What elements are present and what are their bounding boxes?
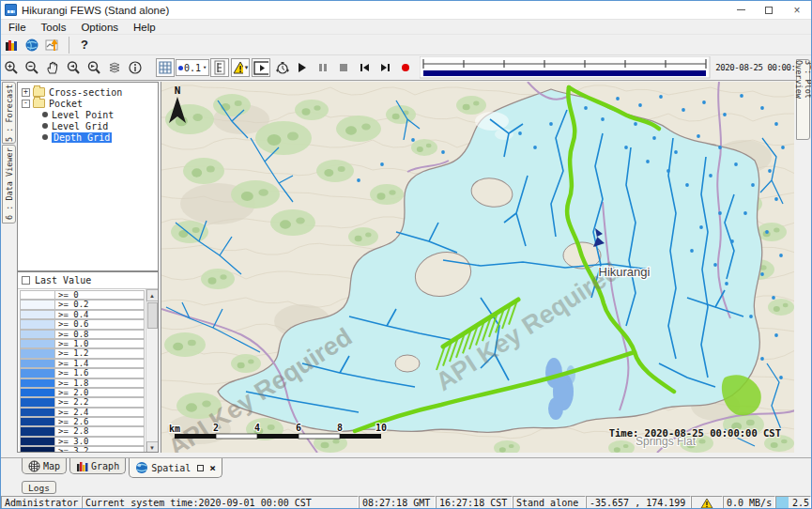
- layers-button[interactable]: [105, 58, 124, 77]
- collapse-icon[interactable]: -: [22, 100, 30, 108]
- legend-swatch: [20, 417, 55, 426]
- time-navigator-button[interactable]: [272, 58, 291, 77]
- tree-node-label[interactable]: Pocket: [49, 99, 83, 109]
- map-toolbar: 0.1 ▾ ▾: [1, 55, 811, 81]
- tree-leaf-level-grid[interactable]: Level Grid: [42, 120, 158, 131]
- legend-label: >= 0.6: [55, 319, 145, 329]
- expand-icon[interactable]: +: [22, 88, 30, 97]
- skip-to-start-button[interactable]: [355, 58, 374, 77]
- profile-button[interactable]: [210, 58, 229, 77]
- status-warning[interactable]: [691, 496, 723, 509]
- status-gmt-time: 08:27:18 GMT: [359, 496, 436, 509]
- status-coordinates: -35.657 , 174.199: [586, 496, 691, 509]
- menu-options[interactable]: Options: [73, 22, 126, 33]
- legend-row: >= 3.2: [20, 446, 145, 453]
- legend-swatch: [20, 426, 55, 436]
- tab-plot-overview[interactable]: 3 : Plot Overview: [796, 59, 810, 140]
- tab-close-icon[interactable]: ×: [209, 463, 216, 473]
- play-button[interactable]: [293, 58, 312, 77]
- map-time-annotation: Time: 2020-08-25 00:00:00 CST: [609, 427, 781, 439]
- info-icon: [128, 60, 143, 75]
- scale-tick: 2: [213, 423, 219, 433]
- minimize-button[interactable]: [727, 1, 755, 19]
- movie-play-icon: [253, 61, 268, 75]
- legend-row: >= 2.2: [20, 397, 145, 407]
- legend-label: >= 0.8: [55, 330, 145, 339]
- logs-button[interactable]: Logs: [22, 481, 56, 494]
- tree-leaf-label-selected[interactable]: Depth Grid: [52, 132, 112, 143]
- zoom-previous-button[interactable]: [64, 58, 83, 77]
- main-toolbar: ?: [1, 35, 811, 55]
- map-view[interactable]: API Key Required API Key Required N Hiku…: [161, 82, 794, 453]
- layers-icon: [107, 60, 122, 75]
- tree-node-cross-section[interactable]: + Cross-section: [22, 86, 158, 98]
- legend-row: >= 1.0: [20, 339, 145, 348]
- grid-display-button[interactable]: [156, 58, 175, 77]
- timeline-slider[interactable]: [420, 56, 711, 79]
- scroll-down-icon[interactable]: ▼: [146, 441, 159, 453]
- legend-label: >= 1.2: [55, 348, 145, 358]
- legend-swatch: [20, 368, 55, 378]
- chart-arrow-icon: [45, 38, 61, 53]
- grid-value: 0.1: [184, 63, 201, 73]
- map-globe-icon: [28, 460, 40, 472]
- legend-row: >= 0.6: [20, 319, 145, 329]
- stop-button[interactable]: [334, 58, 353, 77]
- tab-spatial-label: Spatial: [151, 463, 191, 473]
- tree-leaf-label[interactable]: Level Point: [52, 110, 114, 120]
- legend-label: >= 1.0: [55, 339, 145, 348]
- app-icon: [5, 4, 17, 16]
- legend-swatch: [20, 339, 55, 348]
- chevron-down-icon: ▾: [245, 64, 249, 71]
- last-value-checkbox[interactable]: [22, 276, 30, 285]
- spatial-globe-icon: [135, 461, 148, 474]
- record-button[interactable]: [396, 58, 415, 77]
- scrollbar-thumb[interactable]: [147, 302, 158, 329]
- tree-node-label[interactable]: Cross-section: [49, 87, 122, 98]
- map-display-button[interactable]: [23, 36, 41, 54]
- skip-to-end-button[interactable]: [375, 58, 394, 77]
- tree-leaf-level-point[interactable]: Level Point: [42, 109, 158, 120]
- animation-button[interactable]: [252, 58, 270, 77]
- scroll-up-icon[interactable]: ▲: [146, 289, 159, 301]
- globe-icon: [24, 38, 39, 53]
- zoom-out-button[interactable]: [23, 58, 41, 77]
- leaf-bullet-icon: [42, 134, 48, 140]
- timeseries-button[interactable]: [43, 36, 63, 54]
- menu-tools[interactable]: Tools: [34, 22, 74, 33]
- zoom-in-button[interactable]: [2, 58, 21, 77]
- map-canvas[interactable]: API Key Required API Key Required N Hiku…: [161, 82, 794, 453]
- tab-float-icon[interactable]: [197, 465, 204, 471]
- pause-icon: [317, 62, 329, 73]
- thresholds-dropdown-button[interactable]: ▾: [231, 58, 250, 77]
- tab-spatial-active[interactable]: Spatial ×: [129, 458, 222, 478]
- tab-forecast[interactable]: 5 : Forecast: [2, 82, 16, 144]
- legend-label: >= 2.2: [55, 397, 145, 407]
- pause-button[interactable]: [314, 58, 332, 77]
- help-button[interactable]: ?: [75, 36, 94, 54]
- legend-label: >= 1.8: [55, 378, 145, 388]
- database-button[interactable]: [2, 36, 21, 54]
- tree-leaf-depth-grid[interactable]: Depth Grid: [42, 131, 158, 143]
- legend-label: >= 1.6: [55, 368, 145, 378]
- zoom-next-button[interactable]: [84, 58, 103, 77]
- tab-data-viewer[interactable]: 6 : Data Viewer: [2, 145, 16, 224]
- grid-value-dropdown[interactable]: 0.1 ▾: [176, 59, 209, 76]
- timeline-extent-bar[interactable]: [423, 70, 706, 76]
- info-button[interactable]: [126, 58, 145, 77]
- legend-scrollbar[interactable]: ▲ ▼: [146, 289, 158, 453]
- tab-map[interactable]: Map: [22, 458, 67, 474]
- menu-help[interactable]: Help: [126, 22, 163, 33]
- memory-usage-bar: [776, 497, 789, 509]
- menu-file[interactable]: File: [1, 22, 34, 33]
- maximize-button[interactable]: [755, 1, 783, 19]
- tab-graph[interactable]: Graph: [69, 458, 126, 474]
- grid-icon: [158, 60, 173, 75]
- tree-leaf-label[interactable]: Level Grid: [52, 121, 108, 131]
- scale-tick: 10: [375, 423, 387, 433]
- tree-node-pocket[interactable]: - Pocket: [22, 98, 158, 109]
- leaf-bullet-icon: [42, 123, 48, 129]
- logs-label: Logs: [28, 483, 50, 493]
- pan-button[interactable]: [43, 58, 62, 77]
- close-button[interactable]: ×: [783, 1, 811, 19]
